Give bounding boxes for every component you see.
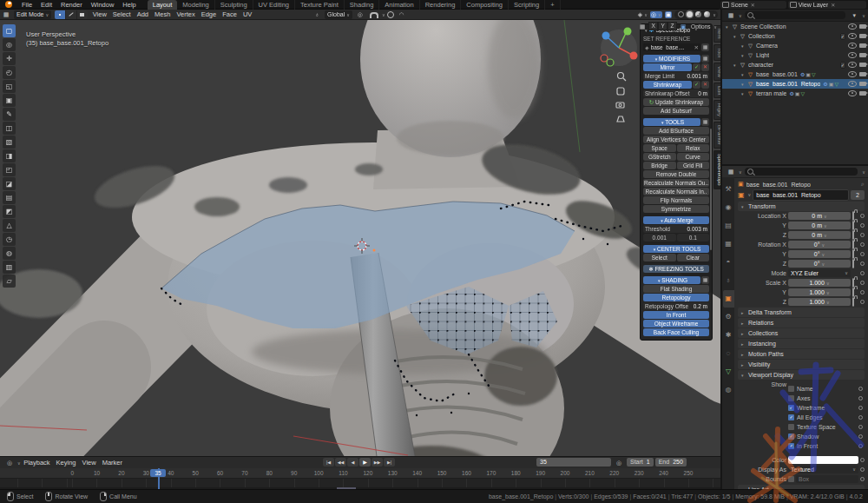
value-field[interactable]: 1.000∨: [788, 279, 851, 287]
grid-fill-button[interactable]: Grid Fill: [677, 162, 710, 169]
animate-dot-icon[interactable]: [860, 214, 865, 218]
animate-dot-icon[interactable]: [860, 261, 865, 266]
relax-button[interactable]: Relax: [677, 144, 710, 152]
tool-button[interactable]: ▧: [3, 136, 16, 149]
tool-button[interactable]: ◷: [3, 233, 16, 246]
tools-header[interactable]: ▾ TOOLS: [643, 118, 700, 126]
pin-icon[interactable]: ⌕: [861, 181, 865, 188]
gizmos-dropdown-icon[interactable]: ◈∨: [638, 11, 648, 18]
workspace-tab[interactable]: Compositing: [461, 0, 509, 10]
object-label[interactable]: Scene Collection: [740, 23, 786, 30]
apply-mirror-button[interactable]: ✓: [693, 63, 700, 71]
tab-object[interactable]: ▣: [723, 290, 734, 308]
viewport-menu[interactable]: Select: [109, 10, 134, 18]
topbar-menu[interactable]: File: [17, 0, 36, 10]
animate-dot-icon[interactable]: [858, 406, 863, 410]
tools-presets-button[interactable]: ▦: [701, 118, 709, 126]
merge-limit-slider[interactable]: Merge Limit0.001 m: [643, 72, 709, 80]
curve-button[interactable]: Curve: [677, 153, 710, 161]
animate-dot-icon[interactable]: [858, 444, 863, 448]
end-frame-field[interactable]: End250: [655, 458, 687, 467]
workspace-tab[interactable]: Rendering: [420, 0, 462, 10]
delete-shrinkwrap-button[interactable]: ✕: [701, 81, 709, 89]
animate-dot-icon[interactable]: [858, 425, 863, 429]
retopology-offset-slider[interactable]: Retopology Offse0.2 m: [643, 302, 709, 310]
tool-button[interactable]: ◩: [3, 205, 16, 218]
reference-browse-button[interactable]: ▦: [701, 43, 709, 51]
display-as-dropdown[interactable]: Textured∨: [788, 466, 858, 473]
modifiers-header[interactable]: ▾ MODIFIERS: [643, 55, 700, 63]
options-dropdown[interactable]: Options ∨: [691, 23, 717, 30]
back-face-culling-toggle[interactable]: Back Face Culling: [643, 328, 709, 336]
mode-dropdown[interactable]: Edit Mode ∨: [14, 10, 51, 19]
sidebar-tab[interactable]: Tool: [713, 44, 720, 61]
delete-mirror-button[interactable]: ✕: [701, 63, 709, 71]
render-camera-icon[interactable]: [859, 34, 866, 38]
shading-wireframe-icon[interactable]: [678, 11, 684, 17]
mirror-modifier-button[interactable]: Mirror: [643, 63, 692, 71]
selected-vertex[interactable]: [373, 249, 376, 252]
checkbox[interactable]: ✓: [788, 414, 794, 420]
hide-eye-icon[interactable]: [848, 90, 857, 96]
editor-type-icon[interactable]: ▦: [2, 10, 10, 18]
tool-button[interactable]: △: [3, 219, 16, 232]
viewport-display-section-header[interactable]: ▾ Viewport Display: [738, 370, 865, 380]
animate-dot-icon[interactable]: [860, 252, 865, 256]
timeline-ruler[interactable]: 0 10 20 30 40 50 60 70 80 90 100 11: [0, 468, 720, 479]
tool-button[interactable]: ◰: [3, 163, 16, 176]
shading-presets-button[interactable]: ▦: [701, 276, 709, 284]
gizmo-z-axis[interactable]: [602, 32, 610, 40]
shading-dropdown-icon[interactable]: ∨: [713, 12, 716, 17]
remove-double-button[interactable]: Remove Double: [643, 170, 709, 178]
topbar-menu[interactable]: Window: [87, 0, 119, 10]
use-preview-range-icon[interactable]: ◎: [615, 459, 623, 467]
animate-dot-icon[interactable]: [860, 300, 865, 304]
modifiers-presets-button[interactable]: ▦: [701, 55, 709, 63]
tool-button[interactable]: ◫: [3, 122, 16, 135]
tab-modifiers[interactable]: ⚙: [723, 308, 734, 326]
tool-button[interactable]: ▤: [3, 191, 16, 204]
value-field[interactable]: 0 m∨: [788, 231, 851, 239]
outliner-row[interactable]: ▾ ▽ character ⚙ ▣ ▽ ✓: [722, 60, 868, 69]
tool-button[interactable]: ◍: [3, 247, 16, 260]
object-label[interactable]: base_base.001: [756, 71, 798, 77]
render-camera-icon[interactable]: [859, 53, 866, 57]
mirror-x-toggle[interactable]: X: [648, 22, 658, 30]
recalc-normals-out-button[interactable]: Recalculate Normals Ou..: [643, 179, 709, 187]
chevron-down-icon[interactable]: ∨: [862, 13, 865, 18]
filter-icon[interactable]: ▾: [850, 11, 858, 19]
retopology-toggle[interactable]: Retopology: [643, 294, 709, 301]
viewport-menu[interactable]: Vertex: [174, 10, 198, 18]
checkbox[interactable]: ✓: [788, 386, 794, 392]
outliner-row[interactable]: ▾ ▽ base_base.001 ⚙ ▣ ▽ ✓: [722, 69, 868, 79]
object-label[interactable]: terran male: [756, 90, 786, 96]
play-button[interactable]: ▶: [359, 458, 371, 467]
bridge-button[interactable]: Bridge: [643, 162, 676, 169]
value-field[interactable]: 0 m∨: [788, 222, 851, 229]
start-frame-field[interactable]: Start1: [627, 458, 654, 467]
sidebar-tab[interactable]: View: [713, 63, 720, 81]
proportional-editing-icon[interactable]: [387, 11, 394, 18]
shrinkwrap-offset-slider[interactable]: Shrinkwrap Offset0 m: [643, 89, 709, 97]
tool-button[interactable]: ▱: [3, 275, 16, 288]
space-button[interactable]: Space: [643, 144, 676, 152]
threshold-max-field[interactable]: 0.1: [677, 234, 710, 242]
animate-dot-icon[interactable]: [860, 458, 865, 462]
object-name-field[interactable]: base_base.001_Retopo: [753, 189, 849, 201]
flip-normals-button[interactable]: Flip Normals: [643, 196, 709, 204]
tab-physics[interactable]: ◌: [723, 345, 734, 362]
hide-eye-icon[interactable]: [848, 52, 857, 58]
sidebar-tab[interactable]: BPainter: [713, 122, 720, 149]
render-camera-icon[interactable]: [859, 63, 866, 67]
flat-shading-button[interactable]: Flat Shading: [643, 285, 709, 293]
jump-to-start-button[interactable]: |◀: [323, 458, 334, 467]
chevron-down-icon[interactable]: ∨: [739, 13, 742, 18]
tool-button[interactable]: ▣: [3, 94, 16, 107]
scene-selector[interactable]: Scene ✕: [720, 1, 786, 9]
animate-dot-icon[interactable]: [860, 233, 865, 237]
topbar-menu[interactable]: Edit: [36, 0, 56, 10]
object-wireframe-toggle[interactable]: Object Wireframe: [643, 320, 709, 328]
collapsed-section-header[interactable]: ▸ Relations: [738, 318, 865, 328]
in-front-toggle[interactable]: In Front: [643, 311, 709, 319]
shading-material-icon[interactable]: [695, 11, 701, 17]
